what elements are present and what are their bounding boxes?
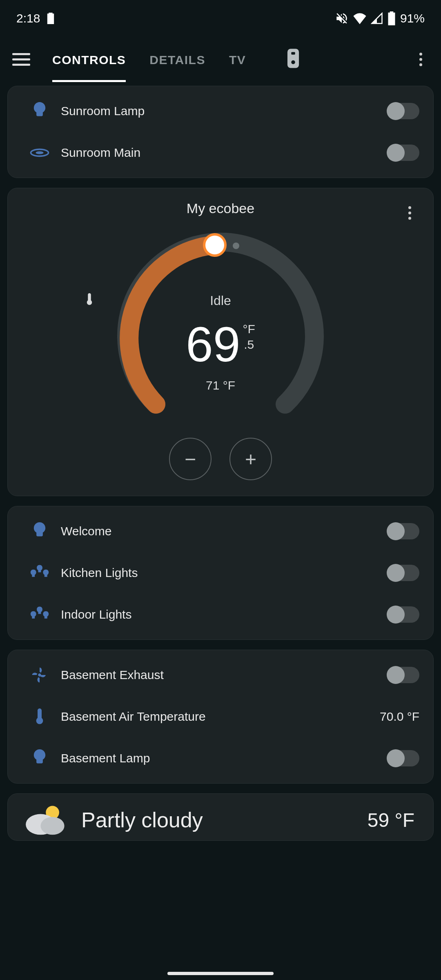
wifi-icon <box>353 12 367 24</box>
card-basement: Basement Exhaust Basement Air Temperatur… <box>7 650 434 784</box>
card-thermostat: My ecobee Idle 69 °F .5 <box>7 188 434 496</box>
svg-rect-0 <box>287 49 299 68</box>
overflow-menu-button[interactable] <box>412 51 429 67</box>
bulb-icon <box>22 749 58 767</box>
ceiling-light-icon <box>22 147 58 158</box>
device-label: Kitchen Lights <box>61 566 388 580</box>
card-weather[interactable]: Partly cloudy 59 °F <box>7 793 434 841</box>
tab-controls[interactable]: CONTROLS <box>52 38 126 82</box>
app-bar: CONTROLS DETAILS TV <box>0 37 441 82</box>
svg-point-4 <box>36 151 43 154</box>
weather-condition: Partly cloudy <box>81 808 368 832</box>
battery-icon <box>387 11 396 25</box>
device-label: Basement Lamp <box>61 751 388 765</box>
temp-up-button[interactable]: + <box>229 438 272 480</box>
device-row-sunroom-main[interactable]: Sunroom Main <box>8 132 433 174</box>
svg-point-9 <box>40 817 64 835</box>
device-row-welcome[interactable]: Welcome <box>8 510 433 552</box>
toggle-switch[interactable] <box>388 523 419 539</box>
device-label: Sunroom Main <box>61 146 388 160</box>
tab-tv[interactable]: TV <box>229 38 246 80</box>
device-label: Welcome <box>61 524 388 538</box>
toggle-switch[interactable] <box>388 667 419 683</box>
sensor-row-basement-airtemp[interactable]: Basement Air Temperature 70.0 °F <box>8 696 433 737</box>
setpoint-unit: °F <box>243 322 255 336</box>
thermometer-icon <box>86 293 93 305</box>
card-lights: Welcome Kitchen Lights Indoor Lights <box>7 506 434 640</box>
device-label: Indoor Lights <box>61 608 388 621</box>
home-indicator[interactable] <box>167 972 274 975</box>
sensor-temp: 71 °F <box>206 379 235 392</box>
status-bar: 2:18 91% <box>0 0 441 37</box>
bulb-icon <box>22 522 58 540</box>
sensor-label: Basement Air Temperature <box>61 710 380 724</box>
temp-down-button[interactable]: − <box>169 438 212 480</box>
device-row-basement-exhaust[interactable]: Basement Exhaust <box>8 654 433 696</box>
svg-rect-2 <box>292 52 295 54</box>
mute-icon <box>335 11 349 25</box>
sensor-value: 70.0 °F <box>380 710 419 724</box>
battery-percent: 91% <box>400 11 425 25</box>
svg-point-5 <box>204 234 225 256</box>
toggle-switch[interactable] <box>388 565 419 581</box>
setpoint-fraction: .5 <box>243 338 255 352</box>
partly-cloudy-icon <box>20 804 73 836</box>
weather-temp: 59 °F <box>368 809 414 831</box>
device-row-kitchen-lights[interactable]: Kitchen Lights <box>8 552 433 594</box>
cell-signal-icon <box>371 12 383 24</box>
thermostat-dial[interactable]: Idle 69 °F .5 71 °F <box>86 228 355 432</box>
battery-portrait-icon <box>47 13 55 24</box>
menu-button[interactable] <box>12 49 32 69</box>
fan-icon <box>22 666 58 684</box>
device-row-indoor-lights[interactable]: Indoor Lights <box>8 594 433 635</box>
toggle-switch[interactable] <box>388 103 419 119</box>
thermometer-icon <box>22 708 58 725</box>
card-sunroom: Sunroom Lamp Sunroom Main <box>7 86 434 178</box>
thermostat-state: Idle <box>86 293 355 308</box>
toggle-switch[interactable] <box>388 606 419 623</box>
light-group-icon <box>22 606 58 623</box>
svg-point-6 <box>233 243 239 249</box>
toggle-switch[interactable] <box>388 750 419 766</box>
svg-point-1 <box>292 60 295 64</box>
device-row-sunroom-lamp[interactable]: Sunroom Lamp <box>8 90 433 132</box>
bulb-icon <box>22 102 58 120</box>
device-row-basement-lamp[interactable]: Basement Lamp <box>8 737 433 779</box>
light-group-icon <box>22 565 58 581</box>
remote-icon-button[interactable] <box>286 48 301 70</box>
setpoint-integer: 69 <box>186 320 240 369</box>
device-label: Basement Exhaust <box>61 668 388 682</box>
thermostat-menu-button[interactable] <box>401 205 418 221</box>
content-scroll[interactable]: Sunroom Lamp Sunroom Main My ecobee Idle <box>0 82 441 841</box>
device-label: Sunroom Lamp <box>61 104 388 118</box>
tab-details[interactable]: DETAILS <box>149 38 205 80</box>
toggle-switch[interactable] <box>388 145 419 161</box>
thermostat-readout: Idle 69 °F .5 71 °F <box>86 293 355 392</box>
status-time: 2:18 <box>16 11 40 25</box>
thermostat-title: My ecobee <box>8 200 433 216</box>
